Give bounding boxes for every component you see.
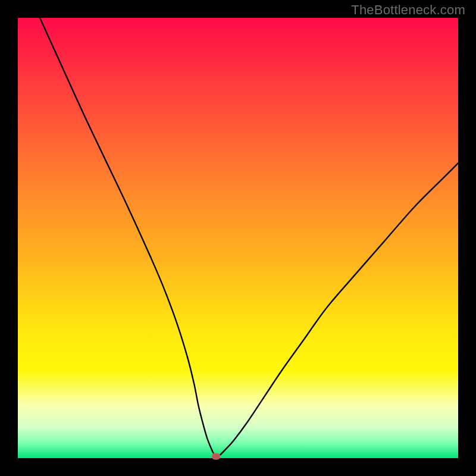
bottleneck-chart — [0, 0, 476, 476]
chart-frame: { "watermark": "TheBottleneck.com", "col… — [0, 0, 476, 476]
watermark-text: TheBottleneck.com — [351, 2, 465, 18]
plot-background — [18, 18, 458, 458]
optimum-marker — [212, 453, 220, 459]
